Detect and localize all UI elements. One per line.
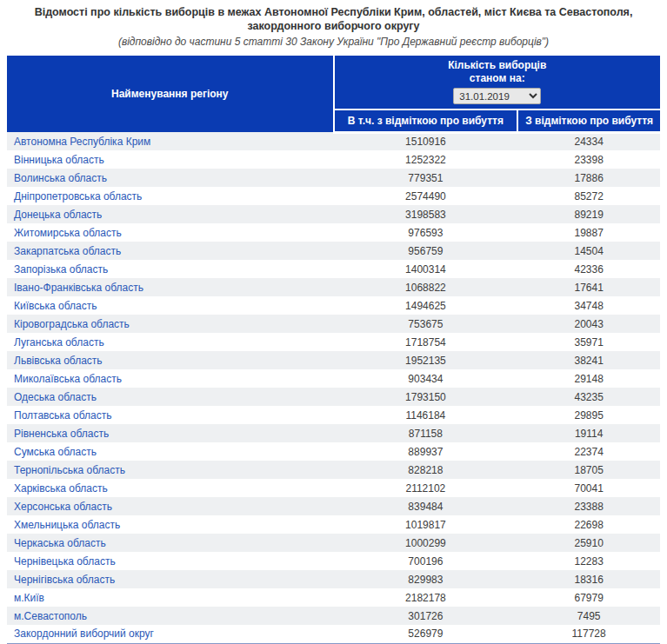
count-cell: 7495 (517, 607, 660, 625)
count-cell: 20043 (517, 315, 660, 333)
region-link[interactable]: м.Севастополь (14, 610, 87, 622)
voters-table: Найменування регіону Кількість виборців … (7, 56, 660, 644)
count-cell: 43235 (517, 388, 660, 406)
region-link[interactable]: Закордонний виборчий округ (14, 627, 154, 640)
region-link[interactable]: Кіровоградська область (14, 318, 130, 330)
count-cell: 29895 (517, 406, 660, 424)
region-link[interactable]: Полтавська область (14, 409, 112, 422)
count-cell: 871158 (334, 424, 518, 442)
count-cell: 85272 (517, 187, 660, 205)
count-cell: 3198583 (334, 205, 518, 223)
table-row: Херсонська область 839484 23388 (7, 497, 660, 515)
count-header-line1: Кількість виборців (335, 59, 661, 72)
region-link[interactable]: Луганська область (14, 336, 104, 349)
table-row: Волинська область 779351 17886 (7, 169, 660, 187)
region-link[interactable]: Івано-Франківська область (14, 282, 143, 294)
table-row: Одеська область 1793150 43235 (7, 388, 660, 406)
table-row: м.Севастополь 301726 7495 (7, 607, 660, 625)
table-row: Рівненська область 871158 19114 (7, 424, 660, 442)
count-cell: 23398 (517, 150, 660, 169)
count-cell: 700196 (334, 552, 518, 570)
count-cell: 1494625 (334, 296, 518, 315)
count-cell: 526979 (334, 625, 518, 643)
page: Відомості про кількість виборців в межах… (0, 0, 667, 644)
count-cell: 2574490 (334, 187, 518, 205)
count-cell: 1718754 (334, 333, 518, 351)
region-link[interactable]: Рівненська область (14, 428, 109, 440)
region-link[interactable]: Одеська область (14, 391, 97, 403)
table-row: Закарпатська область 956759 14504 (7, 242, 660, 260)
count-cell: 2182178 (334, 588, 518, 607)
count-cell: 25910 (517, 534, 660, 552)
region-link[interactable]: Київська область (14, 300, 97, 312)
count-cell: 1068822 (334, 278, 518, 296)
table-row: Дніпропетровська область 2574490 85272 (7, 187, 660, 205)
table-row: Автономна Республіка Крим 1510916 24334 (7, 132, 660, 150)
region-link[interactable]: м.Київ (14, 592, 44, 604)
count-cell: 17641 (517, 278, 660, 296)
count-cell: 42336 (517, 260, 660, 278)
title-block: Відомості про кількість виборців в межах… (0, 0, 667, 55)
table-row: Закордонний виборчий округ 526979 117728 (7, 625, 660, 643)
date-select[interactable]: 31.01.2019 (453, 88, 541, 104)
table-row: Львівська область 1952135 38241 (7, 351, 660, 369)
count-cell: 22698 (517, 515, 660, 534)
count-cell: 301726 (334, 607, 518, 625)
region-link[interactable]: Вінницька область (14, 154, 104, 166)
count-cell: 12283 (517, 552, 660, 570)
region-link[interactable]: Запорізька область (14, 263, 108, 276)
count-cell: 19887 (517, 223, 660, 242)
count-cell: 976593 (334, 223, 518, 242)
count-cell: 839484 (334, 497, 518, 515)
table-row: Черкаська область 1000299 25910 (7, 534, 660, 552)
table-row: м.Київ 2182178 67979 (7, 588, 660, 607)
region-link[interactable]: Закарпатська область (14, 245, 121, 257)
table-row: Хмельницька область 1019817 22698 (7, 515, 660, 534)
count-cell: 18316 (517, 570, 660, 588)
region-link[interactable]: Херсонська область (14, 501, 112, 513)
subheader-with-departure: З відміткою про вибуття (517, 110, 660, 132)
count-cell: 1400314 (334, 260, 518, 278)
region-link[interactable]: Тернопільська область (14, 464, 125, 476)
count-cell: 753675 (334, 315, 518, 333)
table-row: Кіровоградська область 753675 20043 (7, 315, 660, 333)
region-link[interactable]: Дніпропетровська область (14, 190, 142, 202)
region-link[interactable]: Миколаївська область (14, 373, 122, 385)
table-row: Миколаївська область 903434 29148 (7, 369, 660, 388)
region-link[interactable]: Хмельницька область (14, 519, 120, 531)
region-link[interactable]: Чернігівська область (14, 574, 115, 586)
region-link[interactable]: Донецька область (14, 209, 102, 221)
count-cell: 67979 (517, 588, 660, 607)
region-link[interactable]: Черкаська область (14, 537, 106, 549)
region-link[interactable]: Львівська область (14, 355, 103, 367)
count-cell: 1952135 (334, 351, 518, 369)
region-link[interactable]: Чернівецька область (14, 555, 116, 568)
region-link[interactable]: Житомирська область (14, 227, 122, 239)
count-cell: 35971 (517, 333, 660, 351)
page-title: Відомості про кількість виборців в межах… (9, 5, 658, 33)
count-cell: 89219 (517, 205, 660, 223)
count-header-line2: станом на: (335, 72, 661, 85)
subheader-including-departure: В т.ч. з відміткою про вибуття (334, 110, 518, 132)
table-row: Київська область 1494625 34748 (7, 296, 660, 315)
count-cell: 17886 (517, 169, 660, 187)
count-cell: 38241 (517, 351, 660, 369)
table-row: Харківська область 2112102 70041 (7, 479, 660, 497)
count-cell: 117728 (517, 625, 660, 643)
count-cell: 903434 (334, 369, 518, 388)
table-row: Вінницька область 1252322 23398 (7, 150, 660, 169)
count-cell: 14504 (517, 242, 660, 260)
page-subtitle: (відповідно до частини 5 статті 30 Закон… (9, 35, 658, 49)
count-cell: 24334 (517, 132, 660, 150)
region-link[interactable]: Автономна Республіка Крим (14, 136, 150, 148)
count-cell: 19114 (517, 424, 660, 442)
table-row: Донецька область 3198583 89219 (7, 205, 660, 223)
table-row: Тернопільська область 828218 18705 (7, 461, 660, 479)
count-cell: 828218 (334, 461, 518, 479)
region-link[interactable]: Харківська область (14, 482, 108, 495)
region-link[interactable]: Сумська область (14, 446, 97, 458)
region-link[interactable]: Волинська область (14, 172, 107, 184)
count-cell: 29148 (517, 369, 660, 388)
table-row: Сумська область 889937 22374 (7, 442, 660, 461)
count-cell: 1000299 (334, 534, 518, 552)
